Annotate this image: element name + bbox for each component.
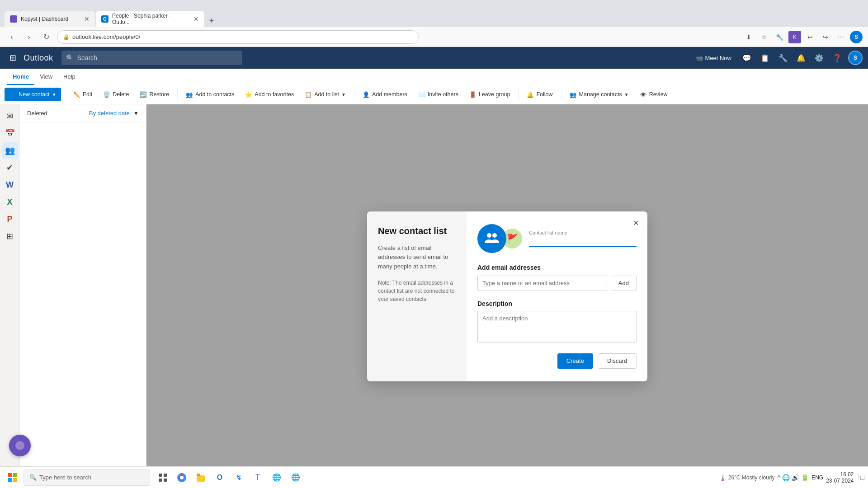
address-bar[interactable]: 🔒 outlook.live.com/people/0/	[57, 30, 419, 44]
restore-button[interactable]: ↩️ Restore	[135, 88, 174, 101]
taskbar-chrome2-icon[interactable]: 🌐	[268, 469, 286, 487]
weather-text: 26°C Mostly cloudy	[728, 474, 775, 481]
address-text: outlook.live.com/people/0/	[72, 33, 140, 40]
forward-button[interactable]: ›	[23, 31, 35, 43]
tab-outlook[interactable]: O People - Sophia parker - Outlo... ✕	[96, 11, 204, 27]
create-button[interactable]: Create	[557, 353, 593, 369]
teams-button[interactable]: 💬	[740, 51, 754, 65]
purple-fab-button[interactable]	[9, 435, 31, 456]
battery-icon: 🔋	[801, 474, 809, 481]
add-to-list-button[interactable]: 📋 Add to list ▼	[300, 88, 350, 101]
leave-group-button[interactable]: 🚪 Leave group	[465, 88, 515, 101]
start-button[interactable]	[4, 469, 22, 487]
sidebar-icon-calendar[interactable]: 📅	[2, 125, 18, 141]
add-members-button[interactable]: 👤 Add members	[358, 88, 412, 101]
ribbon-divider-3	[354, 89, 354, 100]
new-tab-button[interactable]: +	[205, 14, 218, 27]
outlook-search[interactable]: 🔍 Search	[61, 51, 242, 65]
review-button[interactable]: 👁️ Review	[635, 88, 672, 101]
manage-contacts-button[interactable]: 👥 Manage contacts ▼	[565, 88, 633, 101]
ribbon-tab-home[interactable]: Home	[7, 69, 34, 85]
svg-rect-13	[8, 478, 12, 482]
sidebar-icon-mail[interactable]: ✉	[2, 108, 18, 124]
ribbon-divider-2	[177, 89, 178, 100]
edit-button[interactable]: ✏️ Edit	[69, 88, 97, 101]
back-button[interactable]: ‹	[5, 31, 18, 43]
chevron-up-icon[interactable]: ^	[778, 474, 781, 481]
sidebar-icon-people[interactable]: 👥	[2, 142, 18, 159]
outlook-app: ⊞ Outlook 🔍 Search 📹 Meet Now 💬 📋 🔧 🔔 ⚙️…	[0, 47, 868, 488]
show-desktop-icon[interactable]: □	[859, 474, 864, 481]
forms-button[interactable]: 📋	[758, 51, 772, 65]
discard-button[interactable]: Discard	[598, 353, 637, 369]
refresh-button[interactable]: ↻	[40, 31, 52, 43]
undo-nav-icon[interactable]: ↩	[804, 31, 816, 43]
star-icon[interactable]: ☆	[758, 31, 770, 43]
add-email-button[interactable]: Add	[611, 276, 637, 291]
ribbon-divider-1	[65, 89, 65, 100]
add-to-favorites-button[interactable]: ⭐ Add to favorites	[241, 88, 298, 101]
review-icon: 👁️	[640, 91, 647, 98]
svg-rect-12	[13, 473, 17, 477]
extensions-icon[interactable]: 🔧	[773, 31, 786, 43]
add-to-contacts-button[interactable]: 👥 Add to contacts	[181, 88, 239, 101]
email-input[interactable]	[477, 276, 607, 291]
description-input[interactable]	[477, 311, 637, 343]
taskbar-teams-icon[interactable]: T	[249, 469, 267, 487]
taskbar-search[interactable]: 🔍 Type here to search	[24, 469, 150, 486]
app-grid-button[interactable]: ⊞	[5, 51, 20, 65]
settings-icon[interactable]: ⚙️	[812, 51, 826, 65]
tab-kopyst-close[interactable]: ✕	[84, 15, 90, 23]
follow-button[interactable]: 🔔 Follow	[522, 88, 557, 101]
outlook-brand: Outlook	[24, 53, 53, 63]
weather-badge: 🌡️ 26°C Mostly cloudy	[719, 474, 775, 481]
new-contact-button[interactable]: 👤 New contact ▼	[5, 88, 61, 101]
sidebar-icon-word[interactable]: W	[2, 177, 18, 193]
taskbar: 🔍 Type here to search O ↯	[0, 466, 868, 488]
meet-now-button[interactable]: 📹 Meet Now	[691, 51, 736, 65]
svg-rect-11	[8, 473, 12, 477]
taskbar-right: 🌡️ 26°C Mostly cloudy ^ 🌐 🔊 🔋 ENG 16:02 …	[719, 471, 864, 484]
kopyst-ext-icon[interactable]: K	[788, 31, 801, 43]
redo-nav-icon[interactable]: ↪	[819, 31, 832, 43]
contact-list-name-label: Contact list name	[529, 230, 637, 235]
volume-icon[interactable]: 🔊	[792, 474, 799, 481]
outlook-user-avatar[interactable]: S	[848, 51, 863, 65]
contacts-filter[interactable]: Deleted By deleted date ▼	[27, 110, 139, 117]
ribbon-divider-4	[518, 89, 519, 100]
avatar-area: 🚩 Contact list name	[477, 224, 637, 253]
help-icon[interactable]: ❓	[830, 51, 844, 65]
taskbar-task-view[interactable]	[154, 469, 172, 487]
ribbon-tab-help[interactable]: Help	[58, 69, 81, 85]
taskbar-powerautomate-icon[interactable]: ↯	[230, 469, 248, 487]
list-icon: 📋	[305, 91, 312, 98]
system-tray: ^ 🌐 🔊 🔋	[778, 474, 809, 481]
deleted-label: Deleted	[27, 110, 47, 117]
add-contacts-icon: 👥	[186, 91, 193, 98]
svg-rect-18	[164, 479, 167, 482]
taskbar-chrome-icon[interactable]	[173, 469, 191, 487]
modal-left-panel: New contact list Create a list of email …	[367, 211, 467, 381]
network-icon[interactable]: 🌐	[782, 474, 790, 481]
taskbar-outlook-icon[interactable]: O	[211, 469, 229, 487]
edit-icon: ✏️	[73, 91, 80, 98]
sidebar-icon-tasks[interactable]: ✔	[2, 160, 18, 176]
sidebar-icon-excel[interactable]: X	[2, 194, 18, 210]
bell-icon[interactable]: 🔔	[794, 51, 808, 65]
svg-rect-17	[159, 479, 162, 482]
taskbar-chrome3-icon[interactable]: 🌐	[287, 469, 305, 487]
tab-outlook-close[interactable]: ✕	[193, 15, 199, 23]
invite-others-button[interactable]: ✉️ Invite others	[414, 88, 463, 101]
tab-kopyst[interactable]: Kopyst | Dashboard ✕	[5, 11, 95, 27]
user-avatar-browser[interactable]: S	[850, 31, 863, 43]
sidebar-icon-ppt[interactable]: P	[2, 211, 18, 227]
ribbon-tab-view[interactable]: View	[34, 69, 58, 85]
menu-icon[interactable]: ⋯	[835, 31, 847, 43]
svg-point-20	[180, 476, 184, 479]
taskbar-file-explorer[interactable]	[192, 469, 210, 487]
delete-button[interactable]: 🗑️ Delete	[99, 88, 133, 101]
extensions-topbar-button[interactable]: 🔧	[776, 51, 790, 65]
sidebar-icon-apps[interactable]: ⊞	[2, 228, 18, 244]
contact-list-name-input[interactable]	[529, 237, 637, 247]
download-icon[interactable]: ⬇	[742, 31, 755, 43]
